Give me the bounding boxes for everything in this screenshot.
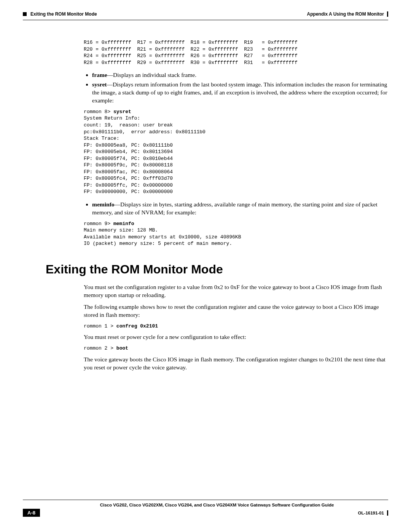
page-footer: Cisco VG202, Cisco VG202XM, Cisco VG204,… [23,500,388,517]
page-header: Exiting the ROM Monitor Mode Appendix A … [23,11,388,19]
desc-sysret: —Displays return information from the la… [92,81,387,104]
meminfo-command: meminfo [113,221,134,227]
para-2: The following example shows how to reset… [84,303,388,319]
term-meminfo: meminfo [92,201,115,208]
main-content: R16 = 0xffffffff R17 = 0xffffffff R18 = … [23,20,388,372]
header-left-marker [23,12,27,16]
confreg-command: confreg 0x2101 [116,323,158,329]
term-sysret: sysret [92,81,107,88]
sysret-output: rommon 8> sysret System Return Info: cou… [84,109,388,195]
sysret-command: sysret [113,109,131,115]
boot-line: rommon 2 > boot [84,345,388,352]
term-frame: frame [92,72,107,78]
registers-dump: R16 = 0xffffffff R17 = 0xffffffff R18 = … [84,39,388,66]
meminfo-body: Main memory size: 128 MB. Available main… [84,227,241,246]
footer-rule [23,500,388,500]
section-heading: Exiting the ROM Monitor Mode [46,262,388,276]
footer-row: A-8 OL-16191-01 [23,509,388,517]
header-left: Exiting the ROM Monitor Mode [23,11,97,17]
confreg-line: rommon 1 > confreg 0x2101 [84,323,388,330]
bullet-list-1: frame—Displays an individual stack frame… [84,71,388,105]
bullet-meminfo: meminfo—Displays size in bytes, starting… [92,201,388,217]
confreg-prompt: rommon 1 > [84,323,116,329]
page: Exiting the ROM Monitor Mode Appendix A … [0,0,411,532]
para-3: You must reset or power cycle for a new … [84,333,388,341]
header-right: Appendix A Using the ROM Monitor [307,11,388,17]
meminfo-output: rommon 9> meminfo Main memory size: 128 … [84,220,388,247]
boot-command: boot [116,345,128,351]
footer-guide-title: Cisco VG202, Cisco VG202XM, Cisco VG204,… [77,503,334,507]
page-number-badge: A-8 [23,509,40,517]
para-1: You must set the configuration register … [84,283,388,299]
sysret-prompt: rommon 8> [84,109,113,115]
boot-prompt: rommon 2 > [84,345,116,351]
para-4: The voice gateway boots the Cisco IOS im… [84,356,388,372]
meminfo-prompt: rommon 9> [84,221,113,227]
bullet-frame: frame—Displays an individual stack frame… [92,71,388,79]
desc-meminfo: —Displays size in bytes, starting addres… [92,201,378,216]
footer-right-bar [387,510,388,516]
bullet-list-2: meminfo—Displays size in bytes, starting… [84,201,388,217]
bullet-sysret: sysret—Displays return information from … [92,81,388,105]
doc-number: OL-16191-01 [358,510,388,516]
sysret-body: System Return Info: count: 19, reason: u… [84,115,206,195]
desc-frame: —Displays an individual stack frame. [107,72,197,78]
header-left-section: Exiting the ROM Monitor Mode [30,11,97,17]
header-right-appendix: Appendix A Using the ROM Monitor [307,11,384,17]
doc-number-text: OL-16191-01 [358,511,384,515]
header-right-bar [387,11,388,17]
